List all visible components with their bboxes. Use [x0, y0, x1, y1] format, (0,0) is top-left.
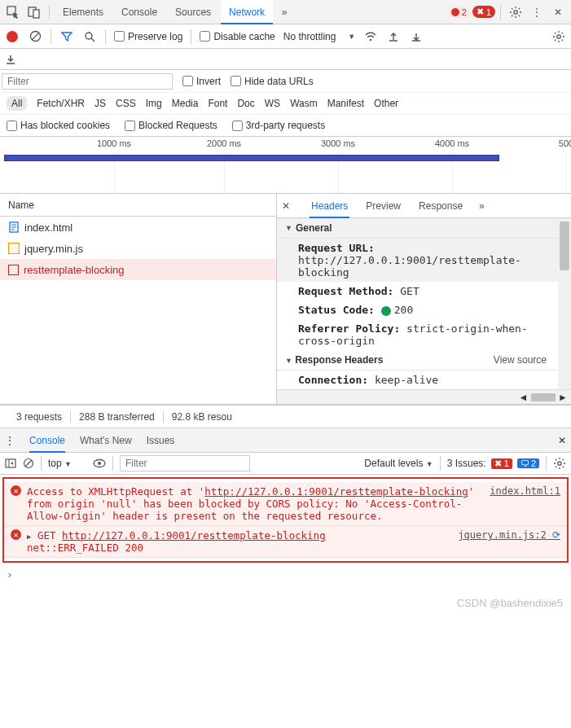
- console-toolbar: top ▼ Default levels ▼ 3 Issues: ✖ 1 🗨 2: [0, 452, 571, 475]
- error-count-badge-2[interactable]: ✖ 1: [472, 6, 495, 18]
- more-tabs-icon[interactable]: »: [275, 2, 294, 22]
- filter-wasm[interactable]: Wasm: [290, 98, 318, 109]
- error-count-badge[interactable]: 2: [447, 7, 471, 18]
- context-select[interactable]: top ▼: [48, 458, 72, 469]
- clear-icon[interactable]: [28, 29, 42, 44]
- filter-fetch-xhr[interactable]: Fetch/XHR: [37, 98, 85, 109]
- blocked-requests-checkbox[interactable]: Blocked Requests: [125, 120, 217, 131]
- log-levels-select[interactable]: Default levels ▼: [364, 458, 433, 469]
- drawer-tab-issues[interactable]: Issues: [147, 428, 175, 453]
- network-settings-icon[interactable]: [551, 29, 566, 44]
- filter-manifest[interactable]: Manifest: [327, 98, 364, 109]
- tab-console[interactable]: Console: [113, 0, 165, 24]
- timeline-selection[interactable]: [4, 155, 499, 161]
- network-main: Name index.html jquery.min.js resttempla…: [0, 194, 571, 405]
- search-icon[interactable]: [82, 29, 97, 44]
- close-devtools-icon[interactable]: ✕: [548, 2, 568, 22]
- upload-har-icon[interactable]: [386, 29, 401, 44]
- details-tabs: ✕ Headers Preview Response »: [277, 194, 571, 218]
- type-filters: All Fetch/XHR JS CSS Img Media Font Doc …: [0, 93, 571, 115]
- filter-doc[interactable]: Doc: [237, 98, 254, 109]
- svg-point-3: [514, 10, 517, 13]
- console-settings-icon[interactable]: [553, 457, 566, 470]
- timeline-overview[interactable]: 1000 ms 2000 ms 3000 ms 4000 ms 500: [0, 137, 571, 194]
- filter-img[interactable]: Img: [146, 98, 162, 109]
- field-request-url: Request URL: http://127.0.0.1:9001/restt…: [277, 239, 571, 282]
- separator: [105, 29, 106, 44]
- filter-ws[interactable]: WS: [265, 98, 280, 109]
- filter-js[interactable]: JS: [94, 98, 106, 109]
- scrollbar-thumb[interactable]: [560, 221, 569, 270]
- throttling-select[interactable]: No throttling ▼: [283, 31, 355, 42]
- tab-elements[interactable]: Elements: [55, 0, 112, 24]
- inspect-icon[interactable]: [3, 2, 23, 22]
- thirdparty-checkbox[interactable]: 3rd-party requests: [232, 120, 325, 131]
- field-request-method: Request Method: GET: [277, 282, 571, 300]
- request-list-header[interactable]: Name: [0, 194, 276, 217]
- invert-checkbox[interactable]: Invert: [182, 76, 221, 87]
- wifi-icon[interactable]: [363, 29, 378, 44]
- hide-data-urls-checkbox[interactable]: Hide data URLs: [231, 76, 314, 87]
- field-connection: Connection: keep-alive: [277, 371, 571, 389]
- request-list: Name index.html jquery.min.js resttempla…: [0, 194, 277, 404]
- network-toolbar: Preserve log Disable cache No throttling…: [0, 24, 571, 49]
- drawer-tab-whatsnew[interactable]: What's New: [80, 428, 132, 453]
- hscrollbar[interactable]: ◄ ►: [277, 389, 571, 404]
- section-general[interactable]: ▼General: [277, 218, 571, 239]
- filter-icon[interactable]: [59, 29, 74, 44]
- console-prompt[interactable]: ›: [0, 565, 571, 584]
- disable-cache-checkbox[interactable]: Disable cache: [200, 31, 275, 42]
- filter-all[interactable]: All: [7, 96, 27, 111]
- request-name: resttemplate-blocking: [24, 264, 125, 276]
- request-row[interactable]: index.html: [0, 217, 276, 238]
- console-filter-input[interactable]: [120, 455, 250, 471]
- download-har-icon[interactable]: [409, 29, 424, 44]
- filter-other[interactable]: Other: [374, 98, 398, 109]
- filter-input[interactable]: [2, 73, 173, 90]
- drawer-tab-console[interactable]: Console: [29, 428, 65, 453]
- filter-bar: Invert Hide data URLs: [0, 70, 571, 93]
- live-expression-icon[interactable]: [93, 458, 106, 468]
- console-error-row[interactable]: ✕ Access to XMLHttpRequest at 'http://12…: [4, 482, 567, 526]
- separator: [49, 5, 50, 20]
- network-summary: 3 requests 288 B transferred 92.8 kB res…: [0, 405, 571, 428]
- record-button[interactable]: [5, 29, 20, 44]
- filter-css[interactable]: CSS: [116, 98, 136, 109]
- section-response-headers[interactable]: ▼ Response Headers View source: [277, 350, 571, 371]
- filter-font[interactable]: Font: [208, 98, 227, 109]
- more-filter-flags: Has blocked cookies Blocked Requests 3rd…: [0, 115, 571, 137]
- settings-icon[interactable]: [506, 2, 525, 22]
- console-error-row[interactable]: ✕ ▶ GET http://127.0.0.1:9001/resttempla…: [4, 526, 567, 558]
- download-icon[interactable]: [5, 54, 16, 65]
- preserve-log-checkbox[interactable]: Preserve log: [114, 31, 182, 42]
- filter-media[interactable]: Media: [172, 98, 199, 109]
- kebab-menu-icon[interactable]: ⋮: [527, 2, 547, 22]
- console-message: ▶ GET http://127.0.0.1:9001/resttemplate…: [27, 529, 453, 554]
- request-row[interactable]: jquery.min.js: [0, 238, 276, 259]
- drawer-tabs: ⋮ Console What's New Issues ✕: [0, 428, 571, 452]
- device-toggle-icon[interactable]: [24, 2, 44, 22]
- separator: [51, 29, 51, 44]
- svg-point-20: [558, 462, 561, 465]
- more-details-tabs-icon[interactable]: »: [479, 200, 492, 212]
- console-source-link[interactable]: index.html:1: [490, 485, 560, 522]
- console-sidebar-icon[interactable]: [5, 458, 16, 469]
- svg-line-17: [25, 460, 32, 467]
- details-tab-preview[interactable]: Preview: [364, 194, 402, 218]
- request-name: jquery.min.js: [24, 243, 83, 255]
- console-output: ✕ Access to XMLHttpRequest at 'http://12…: [2, 477, 569, 563]
- tab-sources[interactable]: Sources: [167, 0, 219, 24]
- close-details-icon[interactable]: ✕: [282, 200, 295, 212]
- details-tab-headers[interactable]: Headers: [310, 194, 349, 218]
- drawer-menu-icon[interactable]: ⋮: [5, 435, 15, 446]
- view-source-link[interactable]: View source: [494, 354, 547, 366]
- close-drawer-icon[interactable]: ✕: [558, 435, 566, 446]
- blocked-cookies-checkbox[interactable]: Has blocked cookies: [7, 120, 110, 131]
- tab-network[interactable]: Network: [221, 0, 273, 24]
- issues-summary[interactable]: 3 Issues: ✖ 1 🗨 2: [447, 458, 539, 469]
- separator: [191, 29, 191, 44]
- console-clear-icon[interactable]: [23, 458, 34, 469]
- details-tab-response[interactable]: Response: [417, 194, 464, 218]
- console-source-link[interactable]: jquery.min.js:2 ⟳: [458, 529, 560, 554]
- request-row-selected[interactable]: resttemplate-blocking: [0, 259, 276, 280]
